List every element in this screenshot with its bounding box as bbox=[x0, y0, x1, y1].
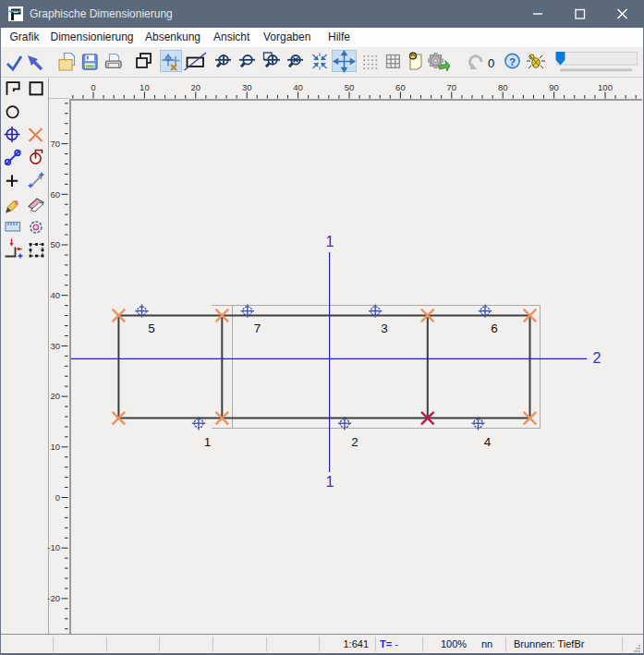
svg-text:0: 0 bbox=[91, 82, 95, 92]
svg-text:10: 10 bbox=[50, 442, 60, 452]
svg-text:-20: -20 bbox=[47, 593, 60, 603]
svg-text:0: 0 bbox=[55, 492, 60, 503]
svg-text:20: 20 bbox=[50, 391, 60, 401]
svg-text:30: 30 bbox=[50, 341, 60, 351]
svg-text:80: 80 bbox=[498, 82, 508, 92]
svg-text:?: ? bbox=[509, 56, 516, 67]
svg-text:40: 40 bbox=[293, 82, 303, 92]
svg-text:50: 50 bbox=[345, 82, 355, 92]
svg-text:60: 60 bbox=[50, 189, 60, 200]
svg-text:90: 90 bbox=[549, 82, 559, 92]
svg-text:20: 20 bbox=[191, 82, 201, 92]
svg-text:2: 2 bbox=[593, 350, 601, 366]
svg-text:1: 1 bbox=[326, 234, 334, 249]
svg-text:10: 10 bbox=[140, 82, 150, 92]
svg-text:1: 1 bbox=[326, 474, 334, 490]
svg-text:70: 70 bbox=[50, 139, 60, 149]
svg-text:30: 30 bbox=[242, 82, 252, 92]
svg-text:2: 2 bbox=[351, 435, 358, 449]
svg-text:100: 100 bbox=[598, 82, 613, 92]
svg-text:0: 0 bbox=[488, 56, 494, 70]
svg-text:50: 50 bbox=[50, 239, 60, 249]
svg-text:3: 3 bbox=[381, 321, 388, 335]
svg-text:6: 6 bbox=[491, 321, 498, 335]
svg-text:4: 4 bbox=[484, 435, 492, 449]
svg-text:7: 7 bbox=[254, 321, 261, 335]
svg-text:1: 1 bbox=[204, 435, 212, 449]
svg-text:5: 5 bbox=[148, 321, 155, 335]
svg-text:70: 70 bbox=[447, 82, 457, 92]
svg-text:-10: -10 bbox=[47, 542, 60, 552]
svg-text:40: 40 bbox=[50, 290, 60, 300]
svg-text:60: 60 bbox=[395, 82, 406, 92]
